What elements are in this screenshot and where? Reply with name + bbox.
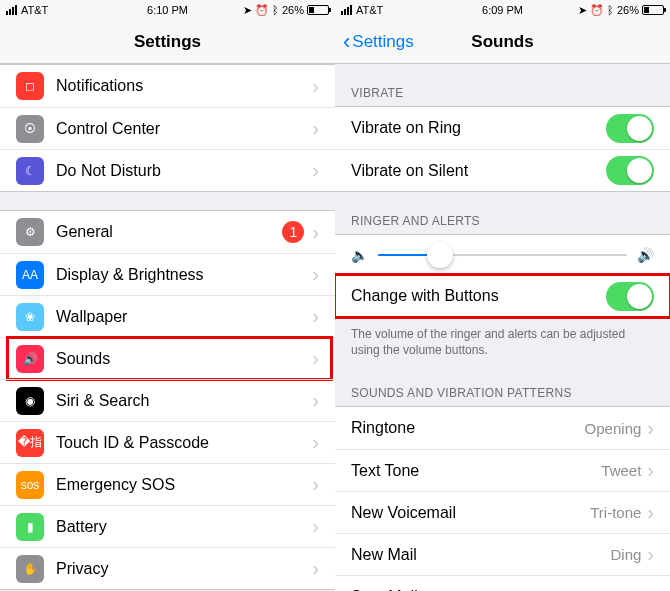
badge: 1 (282, 221, 304, 243)
signal-icon (341, 5, 352, 15)
location-icon: ➤ (578, 4, 587, 17)
setting-row-sos[interactable]: sosEmergency SOS› (0, 463, 335, 505)
chevron-right-icon: › (312, 263, 319, 286)
setting-row-privacy[interactable]: ✋Privacy› (0, 547, 335, 589)
section-footer-ringer: The volume of the ringer and alerts can … (335, 318, 670, 364)
setting-row-battery[interactable]: ▮Battery› (0, 505, 335, 547)
navbar: Settings (0, 20, 335, 64)
section-header-patterns: SOUNDS AND VIBRATION PATTERNS (335, 364, 670, 406)
cell-label: Vibrate on Silent (351, 162, 606, 180)
change-with-buttons-row[interactable]: Change with Buttons (335, 275, 670, 317)
cell-label: Notifications (56, 77, 312, 95)
row-newmail[interactable]: New MailDing› (335, 533, 670, 575)
toggle-switch[interactable] (606, 114, 654, 143)
cell-value: Tweet (601, 462, 641, 479)
page-title: Settings (134, 32, 201, 52)
chevron-right-icon: › (312, 221, 319, 244)
cell-label: Privacy (56, 560, 312, 578)
chevron-right-icon: › (312, 159, 319, 182)
back-label: Settings (352, 32, 413, 52)
chevron-right-icon: › (312, 389, 319, 412)
cell-label: Text Tone (351, 462, 601, 480)
clock: 6:10 PM (147, 4, 188, 16)
cell-label: Emergency SOS (56, 476, 312, 494)
page-title: Sounds (471, 32, 533, 52)
setting-row-general[interactable]: ⚙General1› (0, 211, 335, 253)
cell-label: Display & Brightness (56, 266, 312, 284)
setting-row-control-center[interactable]: ⦿Control Center› (0, 107, 335, 149)
setting-row-touchid[interactable]: �指Touch ID & Passcode› (0, 421, 335, 463)
notifications-icon: ◻ (16, 72, 44, 100)
siri-icon: ◉ (16, 387, 44, 415)
chevron-right-icon: › (647, 501, 654, 524)
location-icon: ➤ (243, 4, 252, 17)
bluetooth-icon: ᛒ (607, 4, 614, 16)
setting-row-siri[interactable]: ◉Siri & Search› (0, 379, 335, 421)
volume-high-icon: 🔊 (637, 247, 654, 263)
section-header-vibrate: VIBRATE (335, 64, 670, 106)
row-voicemail[interactable]: New VoicemailTri-tone› (335, 491, 670, 533)
signal-icon (6, 5, 17, 15)
setting-row-wallpaper[interactable]: ❀Wallpaper› (0, 295, 335, 337)
status-bar: AT&T 6:09 PM ➤ ⏰ ᛒ 26% (335, 0, 670, 20)
cell-label: Vibrate on Ring (351, 119, 606, 137)
row-vibrate-ring[interactable]: Vibrate on Ring (335, 107, 670, 149)
status-bar: AT&T 6:10 PM ➤ ⏰ ᛒ 26% (0, 0, 335, 20)
alarm-icon: ⏰ (255, 4, 269, 17)
wallpaper-icon: ❀ (16, 303, 44, 331)
cell-label: Wallpaper (56, 308, 312, 326)
toggle-switch[interactable] (606, 156, 654, 185)
chevron-right-icon: › (312, 473, 319, 496)
back-button[interactable]: ‹ Settings (343, 29, 414, 55)
chevron-right-icon: › (312, 117, 319, 140)
cell-label: New Voicemail (351, 504, 590, 522)
row-ringtone[interactable]: RingtoneOpening› (335, 407, 670, 449)
chevron-right-icon: › (312, 305, 319, 328)
cell-label: New Mail (351, 546, 610, 564)
row-vibrate-silent[interactable]: Vibrate on Silent (335, 149, 670, 191)
bluetooth-icon: ᛒ (272, 4, 279, 16)
cell-value: Opening (585, 420, 642, 437)
battery-percent: 26% (282, 4, 304, 16)
carrier: AT&T (356, 4, 383, 16)
clock: 6:09 PM (482, 4, 523, 16)
volume-slider[interactable] (378, 254, 627, 256)
chevron-right-icon: › (312, 431, 319, 454)
sounds-icon: 🔊 (16, 345, 44, 373)
battery-icon (642, 5, 664, 15)
chevron-right-icon: › (312, 515, 319, 538)
chevron-right-icon: › (647, 585, 654, 591)
cell-label: Battery (56, 518, 312, 536)
cell-label: Do Not Disturb (56, 162, 312, 180)
cell-label: Sounds (56, 350, 312, 368)
settings-screen: AT&T 6:10 PM ➤ ⏰ ᛒ 26% Settings ◻Notific… (0, 0, 335, 591)
chevron-right-icon: › (312, 347, 319, 370)
row-sentmail[interactable]: Sent MailSwoosh› (335, 575, 670, 591)
setting-row-notifications[interactable]: ◻Notifications› (0, 65, 335, 107)
chevron-right-icon: › (647, 543, 654, 566)
section-header-ringer: RINGER AND ALERTS (335, 192, 670, 234)
control-center-icon: ⦿ (16, 115, 44, 143)
setting-row-dnd[interactable]: ☾Do Not Disturb› (0, 149, 335, 191)
dnd-icon: ☾ (16, 157, 44, 185)
setting-row-display[interactable]: AADisplay & Brightness› (0, 253, 335, 295)
cell-label: Touch ID & Passcode (56, 434, 312, 452)
sounds-screen: AT&T 6:09 PM ➤ ⏰ ᛒ 26% ‹ Settings Sounds… (335, 0, 670, 591)
chevron-right-icon: › (312, 75, 319, 98)
toggle-switch[interactable] (606, 282, 654, 311)
display-icon: AA (16, 261, 44, 289)
sos-icon: sos (16, 471, 44, 499)
chevron-right-icon: › (647, 459, 654, 482)
alarm-icon: ⏰ (590, 4, 604, 17)
row-texttone[interactable]: Text ToneTweet› (335, 449, 670, 491)
volume-low-icon: 🔈 (351, 247, 368, 263)
chevron-right-icon: › (647, 417, 654, 440)
cell-label: Siri & Search (56, 392, 312, 410)
cell-value: Ding (610, 546, 641, 563)
touchid-icon: �指 (16, 429, 44, 457)
battery-icon: ▮ (16, 513, 44, 541)
cell-label: Control Center (56, 120, 312, 138)
volume-slider-row: 🔈 🔊 (335, 235, 670, 275)
general-icon: ⚙ (16, 218, 44, 246)
setting-row-sounds[interactable]: 🔊Sounds› (0, 337, 335, 379)
